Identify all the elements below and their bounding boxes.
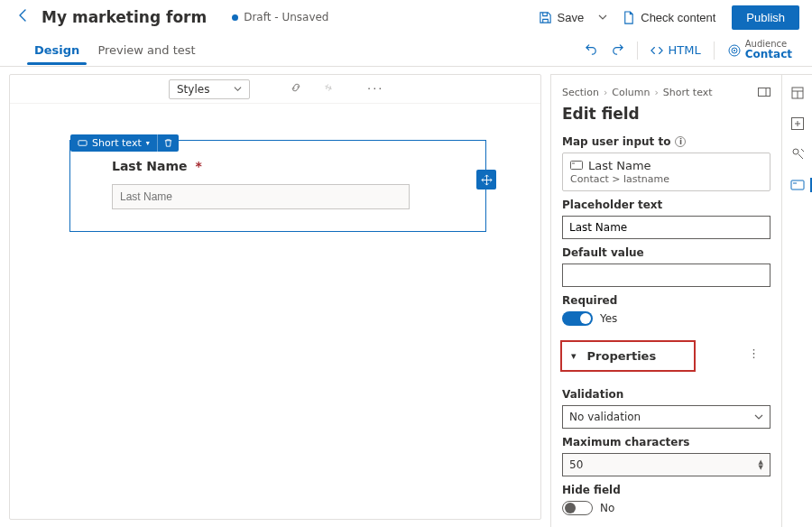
crumb-field[interactable]: Short text [663, 87, 713, 98]
element-chip-label: Short text [92, 137, 142, 149]
design-canvas: Styles ··· [9, 74, 541, 520]
svg-point-8 [793, 149, 798, 154]
page-title: My marketing form [42, 8, 207, 26]
settings-rail-icon[interactable] [790, 147, 805, 162]
properties-panel: Section › Column › Short text Edit field… [550, 74, 781, 527]
validation-label: Validation [562, 388, 770, 401]
spinner-icon[interactable]: ▲▼ [759, 459, 763, 471]
unlink-icon[interactable] [322, 81, 335, 97]
add-rail-icon[interactable] [790, 116, 805, 131]
crumb-section[interactable]: Section [562, 87, 599, 98]
breadcrumb-expand-icon[interactable] [758, 86, 770, 99]
html-label: HTML [669, 43, 701, 57]
audience-value: Contact [745, 49, 792, 60]
crumb-column[interactable]: Column [612, 87, 650, 98]
link-icon[interactable] [290, 81, 302, 97]
required-label: Required [562, 294, 770, 307]
mapped-field-name: Last Name [588, 159, 651, 172]
tab-design[interactable]: Design [25, 36, 88, 64]
save-split-chevron[interactable] [593, 7, 613, 28]
field-label: Last Name * [112, 159, 453, 173]
chevron-down-icon [754, 412, 763, 421]
validation-value: No validation [569, 411, 641, 423]
canvas-overflow-menu[interactable]: ··· [367, 82, 383, 96]
view-html-button[interactable]: HTML [651, 43, 701, 57]
maxchars-label: Maximum characters [562, 436, 770, 448]
last-name-input-preview[interactable] [112, 184, 410, 209]
info-icon[interactable]: i [675, 136, 686, 147]
properties-section-header[interactable]: ▾ Properties [560, 340, 696, 372]
check-content-label: Check content [641, 11, 715, 24]
side-rail [781, 74, 812, 527]
map-input-label: Map user input to i [562, 135, 770, 148]
hide-field-toggle-value: No [600, 502, 614, 514]
panel-title: Edit field [562, 105, 770, 123]
selected-field-container[interactable]: Short text ▾ Last Name * [69, 140, 486, 232]
field-props-rail-icon[interactable] [790, 178, 812, 192]
properties-title: Properties [587, 349, 657, 363]
maxchars-input[interactable]: 50 ▲▼ [562, 453, 770, 476]
svg-rect-9 [791, 180, 804, 190]
check-content-button[interactable]: Check content [613, 7, 724, 28]
styles-dropdown[interactable]: Styles [169, 79, 250, 99]
validation-select[interactable]: No validation [562, 405, 770, 429]
chevron-down-icon: ▾ [146, 139, 150, 147]
default-value-label: Default value [562, 246, 770, 259]
status-dot-icon [232, 14, 238, 21]
maxchars-value: 50 [569, 458, 583, 471]
separator [714, 42, 715, 60]
required-toggle-value: Yes [600, 312, 617, 325]
redo-icon[interactable] [611, 42, 624, 59]
code-icon [651, 44, 663, 57]
svg-rect-5 [571, 161, 583, 169]
hide-field-toggle[interactable] [562, 501, 593, 515]
text-field-icon [78, 138, 88, 148]
audience-selector[interactable]: Audience Contact [727, 39, 792, 60]
save-label: Save [558, 11, 585, 24]
placeholder-input[interactable] [562, 216, 770, 239]
move-icon [481, 174, 493, 186]
svg-rect-4 [759, 88, 770, 97]
back-arrow-icon[interactable] [13, 5, 34, 30]
breadcrumb: Section › Column › Short text [562, 87, 713, 98]
styles-label: Styles [177, 83, 209, 96]
element-chip[interactable]: Short text ▾ [70, 134, 157, 152]
field-label-text: Last Name [112, 159, 188, 173]
status-indicator: Draft - Unsaved [232, 11, 328, 23]
text-field-icon [570, 161, 583, 171]
tab-preview[interactable]: Preview and test [88, 36, 204, 64]
publish-button[interactable]: Publish [732, 5, 799, 30]
save-button[interactable]: Save [530, 7, 594, 28]
hide-field-label: Hide field [562, 484, 770, 496]
chevron-down-icon: ▾ [571, 350, 577, 362]
elements-rail-icon[interactable] [790, 86, 805, 100]
chevron-down-icon [234, 85, 242, 93]
properties-overflow-menu[interactable]: ⋮ [748, 347, 760, 360]
target-icon [727, 43, 742, 58]
map-input-selector[interactable]: Last Name Contact > lastname [562, 153, 770, 191]
required-asterisk: * [195, 159, 201, 173]
required-toggle[interactable] [562, 311, 593, 326]
svg-rect-3 [78, 141, 87, 146]
mapped-field-path: Contact > lastname [570, 173, 762, 185]
svg-point-2 [734, 50, 735, 51]
separator [637, 42, 638, 60]
save-icon [539, 11, 552, 24]
delete-element-button[interactable] [157, 134, 179, 152]
default-value-input[interactable] [562, 264, 770, 287]
move-handle[interactable] [476, 170, 496, 190]
trash-icon [163, 138, 173, 148]
document-icon [622, 11, 635, 24]
undo-icon[interactable] [585, 42, 598, 59]
status-text: Draft - Unsaved [244, 11, 328, 23]
placeholder-label: Placeholder text [562, 199, 770, 211]
